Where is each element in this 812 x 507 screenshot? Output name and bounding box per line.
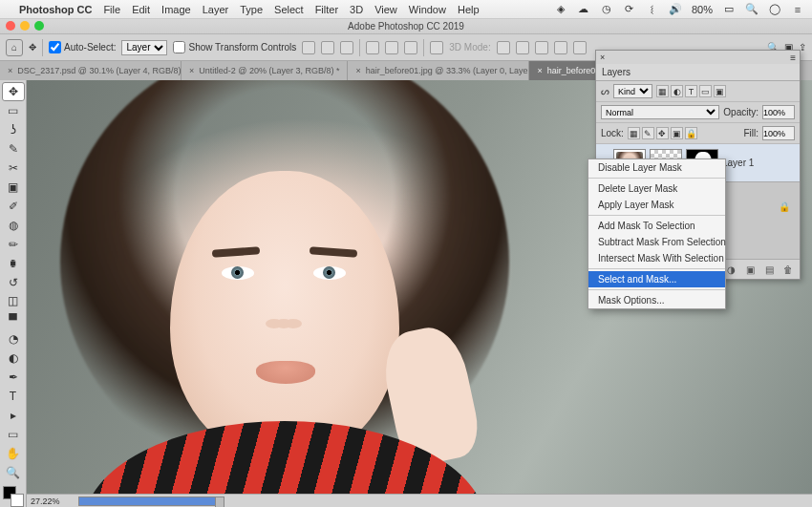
volume-icon[interactable]: 🔊 [669,3,682,16]
filter-type-icon[interactable]: T [685,85,697,97]
spotlight-icon[interactable]: 🔍 [745,3,759,16]
distribute-icon[interactable] [385,41,398,54]
dodge-tool[interactable]: ◐ [2,349,25,368]
filter-smart-icon[interactable]: ▣ [714,85,726,97]
doc-tab[interactable]: ×Untitled-2 @ 20% (Layer 3, RGB/8) * [182,61,348,80]
lasso-tool[interactable]: ʖ [2,120,25,139]
lock-position-icon[interactable]: ✥ [656,127,669,139]
group-icon[interactable]: ▣ [743,263,757,276]
eraser-tool[interactable]: ◫ [2,291,25,310]
quick-select-tool[interactable]: ✎ [2,139,25,158]
align-icon[interactable] [302,41,315,54]
wifi-icon[interactable]: ⧙ [646,3,659,16]
align-icon[interactable] [321,41,334,54]
app-name[interactable]: Photoshop CC [19,4,92,15]
fill-field[interactable] [762,126,795,140]
distribute-icon[interactable] [366,41,379,54]
filter-shape-icon[interactable]: ▭ [699,85,712,97]
ctx-mask-options[interactable]: Mask Options... [588,292,725,308]
minimize-window-icon[interactable] [20,21,30,31]
zoom-tool[interactable]: 🔍 [2,463,25,482]
cloud-icon[interactable]: ☁ [577,3,590,16]
ctx-intersect-selection[interactable]: Intersect Mask With Selection [588,250,725,266]
layers-tab[interactable]: Layers [596,64,800,81]
menu-image[interactable]: Image [161,4,191,15]
clock-icon[interactable]: ◷ [600,3,613,16]
ctx-delete-mask[interactable]: Delete Layer Mask [588,180,725,197]
background-color[interactable] [11,494,24,507]
align-icon[interactable] [340,41,353,54]
lock-artboard-icon[interactable]: ▣ [671,127,683,139]
distribute-icon[interactable] [404,41,417,54]
ctx-subtract-selection[interactable]: Subtract Mask From Selection [588,234,725,250]
filter-pixel-icon[interactable]: ▦ [656,85,669,97]
fullscreen-window-icon[interactable] [34,21,44,31]
lock-all-icon[interactable]: 🔒 [685,127,697,139]
menu-select[interactable]: Select [274,4,304,15]
stamp-tool[interactable]: ⧯ [2,254,25,273]
battery-icon[interactable]: ▭ [722,3,736,16]
brush-tool[interactable]: ✏ [2,235,25,254]
close-tab-icon[interactable]: × [189,66,194,75]
zoom-level[interactable]: 27.22% [27,496,76,506]
trash-icon[interactable]: 🗑 [781,263,795,276]
menu-3d[interactable]: 3D [350,4,363,15]
close-window-icon[interactable] [6,21,15,31]
home-button[interactable]: ⌂ [6,39,23,56]
control-center-icon[interactable]: ≡ [791,3,804,16]
path-tool[interactable]: ▸ [2,406,25,425]
move-tool[interactable]: ✥ [2,82,25,101]
close-tab-icon[interactable]: × [8,66,12,75]
auto-select-checkbox[interactable]: Auto-Select: [49,41,116,53]
ctx-select-and-mask[interactable]: Select and Mask... [588,271,725,287]
adjustment-icon[interactable]: ◑ [724,263,737,276]
blur-tool[interactable]: ◔ [2,329,25,349]
filter-kind-dropdown[interactable]: Kind [613,84,652,98]
type-tool[interactable]: T [2,387,25,406]
lock-paint-icon[interactable]: ✎ [642,127,654,139]
color-swatches[interactable] [3,486,24,507]
ctx-disable-mask[interactable]: Disable Layer Mask [588,159,725,176]
auto-select-dropdown[interactable]: Layer [121,40,167,55]
ctx-add-to-selection[interactable]: Add Mask To Selection [588,218,725,234]
more-align-icon[interactable] [430,41,443,54]
close-tab-icon[interactable]: × [537,66,542,75]
filter-adjust-icon[interactable]: ◐ [671,85,683,97]
doc-tab[interactable]: ×DSC_2317.psd @ 30.1% (Layer 4, RGB/8) * [0,61,182,80]
lock-transparent-icon[interactable]: ▦ [628,127,640,139]
layer-name[interactable]: Layer 1 [722,158,754,168]
eyedropper-tool[interactable]: ✐ [2,197,25,216]
frame-tool[interactable]: ▣ [2,178,25,197]
panel-close-icon[interactable]: × [600,53,605,62]
window-controls[interactable] [6,21,44,31]
marquee-tool[interactable]: ▭ [2,101,25,120]
pen-tool[interactable]: ✒ [2,368,25,387]
panel-menu-icon[interactable]: ≡ [790,53,796,63]
menu-window[interactable]: Window [409,4,446,15]
show-transform-checkbox[interactable]: Show Transform Controls [173,41,296,53]
ctx-apply-mask[interactable]: Apply Layer Mask [588,197,725,213]
hand-tool[interactable]: ✋ [2,444,25,463]
doc-tab[interactable]: ×hair_before01.jpg @ 33.3% (Layer 0, Lay… [348,61,529,80]
menu-type[interactable]: Type [240,4,263,15]
sync-icon[interactable]: ⟳ [623,3,636,16]
menu-file[interactable]: File [103,4,120,15]
close-tab-icon[interactable]: × [355,66,360,75]
shield-icon[interactable]: ◈ [554,3,567,16]
menu-help[interactable]: Help [458,4,480,15]
blend-mode-dropdown[interactable]: Normal [601,105,719,119]
opacity-field[interactable] [762,105,795,119]
horizontal-scrollbar[interactable] [78,496,222,506]
move-tool-icon[interactable]: ✥ [29,42,36,53]
crop-tool[interactable]: ✂ [2,158,25,178]
user-icon[interactable]: ◯ [768,3,781,16]
history-brush-tool[interactable]: ↺ [2,273,25,292]
menu-view[interactable]: View [374,4,397,15]
new-layer-icon[interactable]: ▤ [762,263,776,276]
menu-edit[interactable]: Edit [132,4,150,15]
gradient-tool[interactable]: ▀ [2,310,25,329]
menu-filter[interactable]: Filter [315,4,338,15]
heal-tool[interactable]: ◍ [2,216,25,235]
shape-tool[interactable]: ▭ [2,425,25,444]
menu-layer[interactable]: Layer [203,4,229,15]
